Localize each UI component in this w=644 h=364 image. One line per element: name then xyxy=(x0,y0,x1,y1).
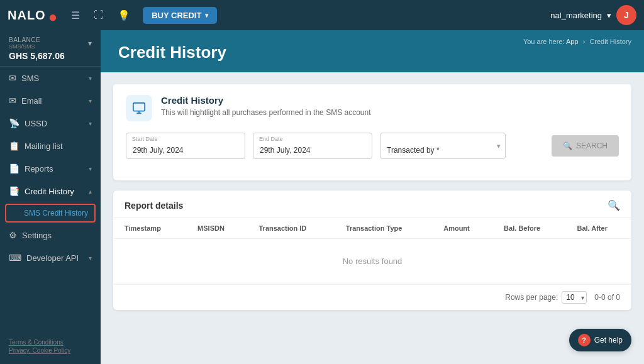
ussd-icon: 📡 xyxy=(9,118,19,128)
help-icon: ? xyxy=(578,334,591,346)
logo-text: NALO xyxy=(8,8,46,23)
get-help-label: Get help xyxy=(594,336,623,345)
card-title: Credit History xyxy=(161,95,371,106)
buy-credit-label: BUY CREDIT xyxy=(152,11,201,20)
sidebar-sub-item-sms-credit-history[interactable]: SMS Credit History xyxy=(5,204,96,223)
balance-chevron-icon[interactable]: ▾ xyxy=(88,39,92,48)
col-timestamp: Timestamp xyxy=(113,218,186,239)
no-results-text: No results found xyxy=(113,239,631,284)
report-details-title: Report details xyxy=(125,201,183,211)
email-icon: ✉ xyxy=(9,96,16,106)
balance-amount: GHS 5,687.06 xyxy=(9,51,65,61)
navbar: NALO● ☰ ⛶ 💡 BUY CREDIT ▾ nal_marketing ▾… xyxy=(0,0,644,30)
chevron-right-icon: ▾ xyxy=(89,120,92,127)
pagination-info: 0-0 of 0 xyxy=(594,293,620,302)
chevron-up-icon: ▴ xyxy=(89,188,92,195)
report-table-card: Report details 🔍 Timestamp MSISDN Transa… xyxy=(113,190,631,310)
breadcrumb: You are here: App › Credit History xyxy=(523,38,631,45)
sidebar-item-credit-history[interactable]: 📑 Credit History ▴ xyxy=(0,180,101,202)
settings-icon: ⚙ xyxy=(9,230,17,240)
privacy-link[interactable]: Privacy, Cookie Policy xyxy=(9,347,92,354)
get-help-button[interactable]: ? Get help xyxy=(569,329,631,351)
sms-icon: ✉ xyxy=(9,73,16,83)
chevron-right-icon: ▾ xyxy=(89,97,92,104)
col-bal-after: Bal. After xyxy=(565,218,631,239)
terms-link[interactable]: Terms & Conditions xyxy=(9,339,92,346)
content-body: Credit History This will hightlight all … xyxy=(101,72,644,321)
col-bal-before: Bal. Before xyxy=(492,218,565,239)
sidebar: Balance SMS/SMS GHS 5,687.06 ▾ ✉ SMS ▾ ✉… xyxy=(0,30,101,364)
developer-api-icon: ⌨ xyxy=(9,253,21,263)
table-card-header: Report details 🔍 xyxy=(113,190,631,218)
card-header: Credit History This will hightlight all … xyxy=(126,95,619,121)
chevron-down-icon: ▾ xyxy=(607,11,611,20)
end-date-field: End Date xyxy=(253,133,372,159)
col-transaction-id: Transaction ID xyxy=(248,218,335,239)
rows-per-page-select[interactable]: 10 25 50 xyxy=(562,291,587,304)
chevron-right-icon: ▾ xyxy=(89,255,92,262)
sidebar-item-email[interactable]: ✉ Email ▾ xyxy=(0,89,101,112)
col-transaction-type: Transaction Type xyxy=(335,218,432,239)
svg-rect-0 xyxy=(133,103,145,111)
reports-icon: 📄 xyxy=(9,163,19,174)
chevron-right-icon: ▾ xyxy=(89,75,92,82)
start-date-field: Start Date xyxy=(126,133,245,159)
table-header-row: Timestamp MSISDN Transaction ID Transact… xyxy=(113,218,631,239)
sidebar-item-mailing-list[interactable]: 📋 Mailing list xyxy=(0,135,101,157)
mailing-list-icon: 📋 xyxy=(9,141,19,151)
search-label: SEARCH xyxy=(576,141,608,150)
sidebar-item-label: Email xyxy=(21,96,42,106)
transacted-by-wrapper: Transacted by * ▾ xyxy=(380,133,506,159)
balance-label: Balance xyxy=(9,36,65,43)
sidebar-balance: Balance SMS/SMS GHS 5,687.06 ▾ xyxy=(0,30,101,67)
avatar: J xyxy=(616,5,636,25)
content-header: Credit History You are here: App › Credi… xyxy=(101,30,644,72)
content-area: Credit History You are here: App › Credi… xyxy=(101,30,644,364)
user-menu[interactable]: nal_marketing ▾ J xyxy=(550,5,636,25)
rows-per-page-label: Rows per page: xyxy=(505,293,558,302)
sidebar-item-label: Settings xyxy=(22,231,52,240)
col-amount: Amount xyxy=(432,218,492,239)
expand-icon-button[interactable]: ⛶ xyxy=(90,6,108,25)
card-subtitle: This will hightlight all purchases perfo… xyxy=(161,108,371,117)
lightbulb-icon-button[interactable]: 💡 xyxy=(114,6,134,25)
user-name: nal_marketing xyxy=(550,11,602,20)
buy-credit-button[interactable]: BUY CREDIT ▾ xyxy=(143,7,217,24)
end-date-label: End Date xyxy=(259,136,283,142)
sidebar-item-settings[interactable]: ⚙ Settings xyxy=(0,224,101,246)
sidebar-item-reports[interactable]: 📄 Reports ▾ xyxy=(0,157,101,180)
start-date-label: Start Date xyxy=(132,136,158,142)
chevron-right-icon: ▾ xyxy=(89,165,92,172)
card-icon xyxy=(126,95,152,121)
no-results-row: No results found xyxy=(113,239,631,284)
search-icon: 🔍 xyxy=(563,141,572,150)
rows-per-page-control: Rows per page: 10 25 50 xyxy=(505,291,587,304)
search-button[interactable]: 🔍 SEARCH xyxy=(552,135,619,157)
report-table: Timestamp MSISDN Transaction ID Transact… xyxy=(113,218,631,284)
sidebar-item-label: Credit History xyxy=(25,187,74,196)
sidebar-item-label: Mailing list xyxy=(25,141,63,151)
filter-row: Start Date End Date Transacted by * ▾ xyxy=(126,133,619,159)
menu-toggle-button[interactable]: ☰ xyxy=(67,6,84,25)
sub-item-label: SMS Credit History xyxy=(24,209,88,218)
credit-history-icon: 📑 xyxy=(9,186,19,196)
page-title: Credit History xyxy=(118,43,626,62)
logo[interactable]: NALO● xyxy=(8,8,57,23)
sidebar-item-label: SMS xyxy=(21,74,39,83)
sidebar-item-label: USSD xyxy=(25,119,47,128)
sidebar-item-sms[interactable]: ✉ SMS ▾ xyxy=(0,67,101,89)
main-layout: Balance SMS/SMS GHS 5,687.06 ▾ ✉ SMS ▾ ✉… xyxy=(0,30,644,364)
table-search-icon[interactable]: 🔍 xyxy=(608,199,620,211)
sidebar-item-label: Reports xyxy=(25,164,53,174)
sidebar-item-developer-api[interactable]: ⌨ Developer API ▾ xyxy=(0,246,101,269)
balance-sub: SMS/SMS xyxy=(9,43,65,50)
col-msisdn: MSISDN xyxy=(186,218,247,239)
sidebar-item-label: Developer API xyxy=(26,253,79,263)
transacted-by-select[interactable]: Transacted by * xyxy=(380,133,506,159)
breadcrumb-home[interactable]: App xyxy=(566,38,579,45)
filter-card: Credit History This will hightlight all … xyxy=(113,84,631,180)
sidebar-item-ussd[interactable]: 📡 USSD ▾ xyxy=(0,112,101,135)
table-footer: Rows per page: 10 25 50 0-0 of 0 xyxy=(113,284,631,310)
chevron-down-icon: ▾ xyxy=(205,12,208,19)
breadcrumb-current: Credit History xyxy=(589,38,631,45)
